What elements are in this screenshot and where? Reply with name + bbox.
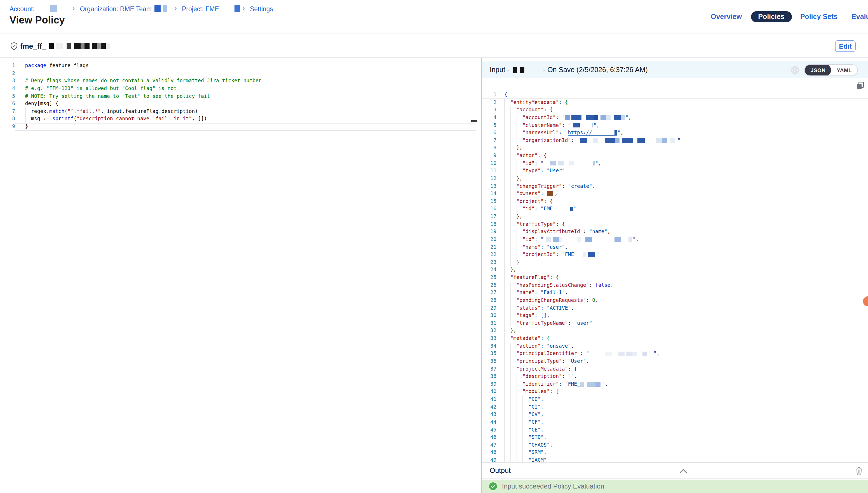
code-line: 37"projectMetadata": { xyxy=(482,365,868,373)
breadcrumb-settings[interactable]: Settings xyxy=(250,5,273,12)
input-header: Input - - On Save (2/5/2026, 6:37:26 AM)… xyxy=(482,62,868,78)
code-line: 38"description": "", xyxy=(482,373,868,380)
indent-guide xyxy=(516,426,522,434)
indent-guide xyxy=(504,145,510,152)
redacted-segment xyxy=(586,115,594,120)
breadcrumb-account[interactable]: Account: xyxy=(9,5,35,12)
input-json-scroll-area: 1{2"entityMetadata": {3"account": {4"acc… xyxy=(482,79,868,462)
indent-guide xyxy=(504,411,510,419)
code-line: 18"trafficType": { xyxy=(482,220,868,228)
code-line: 14"owners": , xyxy=(482,190,868,198)
line-number: 9 xyxy=(482,152,497,159)
line-number: 23 xyxy=(482,259,497,266)
indent-guide xyxy=(504,152,510,159)
indent-guide xyxy=(504,381,510,388)
indent-guide xyxy=(522,411,529,419)
line-number: 6 xyxy=(482,129,497,137)
line-number: 38 xyxy=(482,373,497,380)
editor-overview-ruler-marker xyxy=(471,120,477,122)
redacted-segment xyxy=(572,115,582,120)
indent-guide xyxy=(510,342,517,350)
json-toggle-button[interactable]: JSON xyxy=(805,64,831,76)
line-number: 15 xyxy=(482,198,497,206)
indent-guide xyxy=(516,434,522,441)
indent-guide xyxy=(510,388,517,396)
tab-policies-active[interactable]: Policies xyxy=(751,11,792,22)
redacted-block xyxy=(571,122,593,128)
line-number: 39 xyxy=(482,381,497,388)
indent-guide xyxy=(504,198,510,206)
indent-guide xyxy=(504,281,510,289)
indent-guide xyxy=(510,243,517,251)
redacted-segment xyxy=(586,252,588,257)
indent-guide xyxy=(516,449,522,457)
indent-guide xyxy=(522,419,529,426)
redacted-segment xyxy=(596,382,601,387)
tab-policy-sets[interactable]: Policy Sets xyxy=(800,13,837,21)
line-number: 22 xyxy=(482,251,497,258)
chevron-up-icon[interactable] xyxy=(679,468,688,474)
breadcrumb-project[interactable]: Project: FME xyxy=(182,5,219,12)
redacted-segment xyxy=(544,237,546,242)
code-line: 19"displayAttributeId": "name", xyxy=(482,228,868,236)
redacted-segment xyxy=(580,138,587,143)
redacted-segment xyxy=(569,161,574,166)
breadcrumb-organization[interactable]: Organization: RME Team xyxy=(80,5,152,12)
indent-guide xyxy=(510,259,517,266)
code-line: 45"CE", xyxy=(482,426,868,434)
redacted-segment xyxy=(647,351,653,356)
redacted-segment xyxy=(559,237,563,242)
indent-guide xyxy=(504,122,510,129)
code-line: 13"changeTrigger": "create", xyxy=(482,183,868,190)
redacted-segment xyxy=(625,351,632,356)
line-number: 31 xyxy=(482,320,497,327)
redacted-segment xyxy=(621,115,625,120)
redacted-segment xyxy=(106,43,110,49)
redacted-segment xyxy=(642,351,647,356)
redacted-segment xyxy=(629,237,633,242)
edit-button[interactable]: Edit xyxy=(835,40,856,52)
indent-guide xyxy=(516,228,522,236)
yaml-toggle-button[interactable]: YAML xyxy=(831,64,857,76)
redacted-segment xyxy=(54,44,56,49)
line-number: 9 xyxy=(0,123,15,130)
code-line: 48"SRM", xyxy=(482,449,868,457)
redacted-segment xyxy=(550,161,556,166)
indent-guide xyxy=(504,403,510,411)
redacted-segment xyxy=(163,5,167,12)
code-line: 34"action": "onsave", xyxy=(482,342,868,350)
redacted-segment xyxy=(592,130,614,135)
indent-guide xyxy=(504,183,510,190)
redacted-segment xyxy=(563,237,577,242)
indent-guide xyxy=(516,167,522,175)
indent-guide xyxy=(510,114,517,122)
rego-editor[interactable]: 1package feature_flags23# Deny flags who… xyxy=(0,58,481,130)
code-line: 5# NOTE: Try setting the name to "Test" … xyxy=(0,92,481,100)
code-line: 46"STO", xyxy=(482,434,868,441)
line-number: 3 xyxy=(482,106,497,114)
policy-shield-icon xyxy=(9,41,18,51)
input-json-editor[interactable]: 1{2"entityMetadata": {3"account": {4"acc… xyxy=(482,91,868,462)
indent-guide xyxy=(510,220,517,228)
code-line: 28"pendingChangeRequests": 0, xyxy=(482,297,868,304)
code-line: 2 xyxy=(0,70,481,77)
indent-guide xyxy=(504,388,510,396)
indent-guide xyxy=(25,108,31,115)
indent-guide xyxy=(510,365,517,373)
line-number: 1 xyxy=(482,91,497,99)
tab-overview[interactable]: Overview xyxy=(711,13,742,21)
line-number: 17 xyxy=(482,213,497,220)
redacted-block xyxy=(49,43,110,49)
line-number: 47 xyxy=(482,442,497,449)
redacted-segment xyxy=(546,237,551,242)
trash-icon[interactable] xyxy=(855,467,863,476)
tab-evaluations[interactable]: Evaluations xyxy=(851,13,868,21)
redacted-segment xyxy=(620,138,622,143)
indent-guide xyxy=(510,152,517,159)
line-number: 29 xyxy=(482,304,497,312)
indent-guide xyxy=(510,167,517,175)
redacted-segment xyxy=(72,44,74,49)
redacted-segment xyxy=(637,351,642,356)
indent-guide xyxy=(504,175,510,183)
output-bar: Output xyxy=(482,462,868,479)
